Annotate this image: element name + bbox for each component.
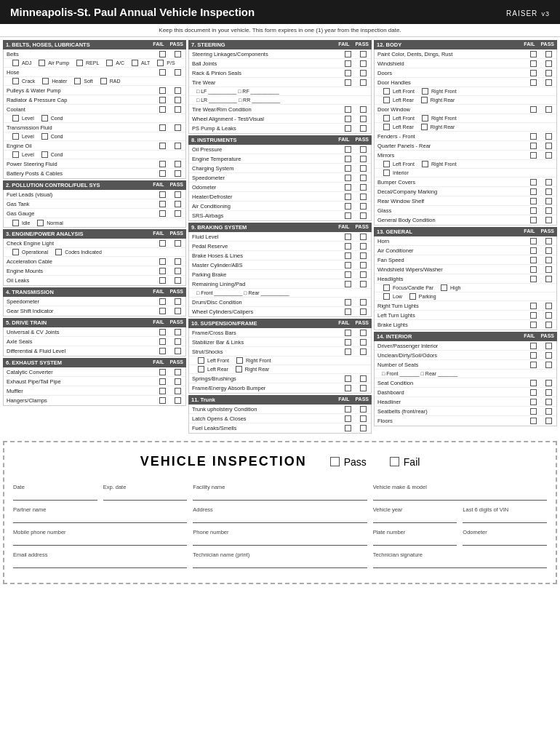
liningpad-pass-check[interactable]	[360, 281, 367, 287]
latch-pass-check[interactable]	[360, 415, 367, 422]
odometer-input[interactable]	[463, 537, 547, 546]
wheelcyl-fail-check[interactable]	[345, 308, 351, 315]
fuelleakssmells-fail-check[interactable]	[345, 425, 351, 431]
headliner-fail-check[interactable]	[530, 399, 537, 405]
parkingbrake-pass-check[interactable]	[360, 271, 367, 278]
vin-input[interactable]	[463, 514, 547, 523]
gasgauge-pass-check[interactable]	[175, 210, 181, 217]
vehicle-year-input[interactable]	[373, 514, 457, 523]
dw-rf-check[interactable]	[422, 115, 428, 121]
dashboard-pass-check[interactable]	[545, 389, 552, 396]
doorhandles-fail-check[interactable]	[530, 79, 537, 86]
heaterdef-fail-check[interactable]	[345, 194, 351, 200]
dw-rr-check[interactable]	[421, 124, 428, 130]
strutshocks-pass-check[interactable]	[360, 348, 367, 355]
generalbody-fail-check[interactable]	[530, 217, 537, 223]
catalytic-pass-check[interactable]	[175, 369, 181, 375]
quarterpanels-pass-check[interactable]	[545, 143, 552, 149]
bumpercovers-pass-check[interactable]	[545, 179, 552, 186]
vi-pass-checkbox[interactable]	[330, 457, 340, 466]
transfluid-pass-check[interactable]	[175, 124, 181, 131]
mirrors-pass-check[interactable]	[545, 152, 552, 159]
exp-date-input[interactable]	[103, 492, 188, 501]
hangers-pass-check[interactable]	[175, 397, 181, 404]
latch-fail-check[interactable]	[345, 415, 351, 422]
alt-check[interactable]	[132, 60, 138, 66]
tech-sig-input[interactable]	[373, 559, 547, 568]
rackpinion-pass-check[interactable]	[360, 70, 367, 76]
powersteering-fail-check[interactable]	[159, 161, 166, 167]
pulleys-pass-check[interactable]	[175, 87, 181, 94]
soft-check[interactable]	[74, 78, 81, 84]
coolant-pass-check[interactable]	[175, 106, 181, 113]
headlights-pass-check[interactable]	[545, 276, 552, 282]
strutshocks-fail-check[interactable]	[345, 348, 351, 355]
leftturn-pass-check[interactable]	[545, 312, 552, 319]
speedo-fail-check[interactable]	[159, 298, 166, 305]
mir-lf-check[interactable]	[383, 161, 390, 167]
operational-check[interactable]	[12, 249, 19, 255]
airpump-check[interactable]	[39, 60, 45, 66]
trans-level-check[interactable]	[12, 133, 19, 140]
oilleaks-pass-check[interactable]	[175, 277, 181, 284]
springs-pass-check[interactable]	[360, 375, 367, 382]
generalbody-pass-check[interactable]	[545, 217, 552, 223]
airbags-fail-check[interactable]	[345, 212, 351, 219]
liningpad-fail-check[interactable]	[345, 281, 351, 287]
tirewearrim-pass-check[interactable]	[360, 106, 367, 113]
pedalreserve-fail-check[interactable]	[345, 243, 351, 250]
pedalreserve-pass-check[interactable]	[360, 243, 367, 250]
hl-parking-check[interactable]	[409, 293, 416, 300]
strut-rr-check[interactable]	[236, 366, 242, 372]
vi-fail-checkbox[interactable]	[390, 457, 399, 466]
rad-check[interactable]	[100, 78, 107, 84]
wheelcyl-pass-check[interactable]	[360, 308, 367, 315]
hose-pass-check[interactable]	[175, 69, 181, 76]
seatbelts-pass-check[interactable]	[545, 408, 552, 415]
horn-pass-check[interactable]	[545, 238, 552, 244]
hose-fail-check[interactable]	[159, 69, 166, 76]
phone-input[interactable]	[193, 537, 367, 546]
catalytic-fail-check[interactable]	[159, 369, 166, 375]
mirrors-fail-check[interactable]	[530, 152, 537, 159]
fanspeed-fail-check[interactable]	[530, 257, 537, 263]
seatcond-pass-check[interactable]	[545, 380, 552, 386]
cvjoints-fail-check[interactable]	[159, 329, 166, 335]
seatcond-fail-check[interactable]	[530, 380, 537, 386]
mobile-input[interactable]	[13, 537, 187, 546]
checkengine-fail-check[interactable]	[159, 240, 166, 247]
seatbelts-fail-check[interactable]	[530, 408, 537, 415]
muffler-pass-check[interactable]	[175, 388, 181, 394]
fanspeed-pass-check[interactable]	[545, 257, 552, 263]
muffler-fail-check[interactable]	[159, 388, 166, 394]
radiator-fail-check[interactable]	[159, 97, 166, 103]
exhaustpipe-fail-check[interactable]	[159, 378, 166, 385]
accelcable-fail-check[interactable]	[159, 258, 166, 265]
steerlink-pass-check[interactable]	[360, 51, 367, 57]
plate-input[interactable]	[373, 537, 457, 546]
radiator-pass-check[interactable]	[175, 97, 181, 103]
repl-check[interactable]	[76, 60, 83, 66]
partner-input[interactable]	[13, 514, 187, 523]
steerlink-fail-check[interactable]	[345, 51, 351, 57]
dashboard-fail-check[interactable]	[530, 389, 537, 396]
stabilizer-fail-check[interactable]	[345, 339, 351, 346]
doors-fail-check[interactable]	[530, 70, 537, 76]
battery-fail-check[interactable]	[159, 170, 166, 177]
heater-check[interactable]	[42, 78, 49, 84]
charging-pass-check[interactable]	[360, 165, 367, 172]
odometer-fail-check[interactable]	[345, 184, 351, 191]
axleseals-pass-check[interactable]	[175, 338, 181, 345]
wheelalign-pass-check[interactable]	[360, 116, 367, 122]
paint-pass-check[interactable]	[545, 51, 552, 57]
speedo2-pass-check[interactable]	[360, 175, 367, 181]
differential-pass-check[interactable]	[175, 348, 181, 354]
enginemounts-fail-check[interactable]	[159, 268, 166, 274]
mir-rf-check[interactable]	[422, 161, 428, 167]
vehicle-model-input[interactable]	[373, 492, 547, 501]
strut-lr-check[interactable]	[198, 366, 204, 372]
ac-check[interactable]	[106, 60, 113, 66]
crack-check[interactable]	[12, 78, 19, 84]
battery-pass-check[interactable]	[175, 170, 181, 177]
parkingbrake-fail-check[interactable]	[345, 271, 351, 278]
